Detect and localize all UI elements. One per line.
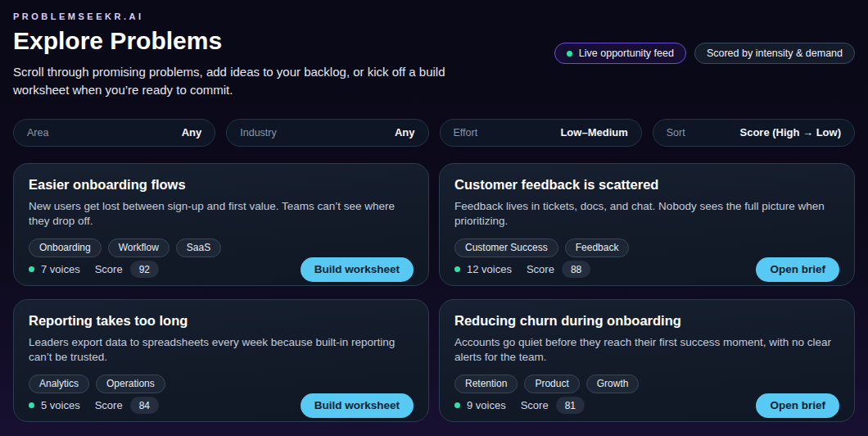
problem-card-grid: Easier onboarding flows New users get lo… (13, 163, 855, 422)
tag-chip: Workflow (108, 238, 170, 257)
filter-sort-label: Sort (667, 127, 685, 139)
filter-effort-value: Low–Medium (560, 126, 627, 139)
problem-card-title: Reporting takes too long (29, 313, 414, 329)
problem-card-description: Accounts go quiet before they reach thei… (454, 335, 839, 365)
score-label: Score (527, 263, 554, 275)
voices-dot-icon (29, 266, 34, 272)
problem-card-footer: 5 voices Score 84 Build worksheet (29, 393, 414, 418)
tag-list: Onboarding Workflow SaaS (29, 238, 414, 257)
build-worksheet-button[interactable]: Build worksheet (301, 257, 414, 282)
problem-card-footer: 7 voices Score 92 Build worksheet (29, 257, 414, 282)
score-badge: 81 (556, 397, 585, 414)
filter-bar: Area Any Industry Any Effort Low–Medium … (13, 119, 855, 147)
explore-problems-page: PROBLEMSEEKR.AI Explore Problems Scroll … (0, 0, 868, 422)
problem-card-description: Leaders export data to spreadsheets ever… (29, 335, 414, 365)
tag-chip: Feedback (565, 238, 630, 257)
header-badges: Live opportunity feed Scored by intensit… (554, 43, 855, 64)
voices-dot-icon (454, 402, 460, 408)
page-header: PROBLEMSEEKR.AI Explore Problems Scroll … (13, 11, 855, 99)
tag-chip: Onboarding (29, 238, 102, 257)
tag-list: Customer Success Feedback (454, 238, 839, 257)
problem-card-title: Reducing churn during onboarding (454, 313, 839, 329)
filter-sort[interactable]: Sort Score (High → Low) (653, 119, 855, 147)
problem-card-description: Feedback lives in tickets, docs, and cha… (454, 199, 839, 229)
filter-area-value: Any (182, 126, 202, 139)
problem-card: Customer feedback is scattered Feedback … (439, 163, 855, 286)
filter-industry[interactable]: Industry Any (226, 119, 428, 147)
tag-chip: Product (524, 375, 579, 393)
problem-card: Easier onboarding flows New users get lo… (13, 163, 429, 286)
score-label: Score (521, 399, 549, 411)
voices-dot-icon (454, 266, 460, 272)
brand-logo: PROBLEMSEEKR.AI (13, 11, 855, 21)
scoring-method-badge-label: Scored by intensity & demand (707, 48, 843, 59)
tag-list: Analytics Operations (29, 375, 414, 393)
build-worksheet-button[interactable]: Build worksheet (301, 393, 414, 418)
filter-effort[interactable]: Effort Low–Medium (440, 119, 642, 147)
voices-count: 9 voices (467, 399, 506, 411)
score-badge: 92 (130, 261, 159, 278)
voices-count: 12 voices (467, 263, 512, 275)
tag-chip: Growth (586, 375, 640, 393)
tag-list: Retention Product Growth (454, 375, 839, 393)
voices-dot-icon (29, 402, 34, 408)
tag-chip: Operations (96, 375, 165, 393)
voices-count: 7 voices (41, 263, 80, 275)
scoring-method-badge: Scored by intensity & demand (694, 43, 855, 64)
problem-card-description: New users get lost between sign-up and f… (29, 199, 414, 229)
tag-chip: Retention (454, 375, 518, 393)
filter-area-label: Area (27, 127, 48, 139)
problem-card: Reducing churn during onboarding Account… (439, 299, 855, 422)
problem-card-title: Easier onboarding flows (29, 177, 414, 193)
score-label: Score (95, 399, 123, 411)
live-feed-badge: Live opportunity feed (554, 43, 686, 64)
filter-industry-value: Any (395, 126, 415, 139)
problem-card-title: Customer feedback is scattered (454, 177, 839, 193)
open-brief-button[interactable]: Open brief (756, 257, 839, 282)
page-subtitle: Scroll through promising problems, add i… (13, 63, 496, 99)
voices-count: 5 voices (41, 399, 80, 411)
open-brief-button[interactable]: Open brief (756, 393, 839, 418)
problem-card: Reporting takes too long Leaders export … (13, 299, 429, 422)
score-badge: 84 (130, 397, 159, 414)
tag-chip: Customer Success (454, 238, 558, 257)
problem-card-footer: 9 voices Score 81 Open brief (454, 393, 839, 418)
score-label: Score (95, 263, 123, 275)
live-feed-badge-label: Live opportunity feed (579, 48, 674, 59)
tag-chip: Analytics (29, 375, 89, 393)
live-dot-icon (567, 51, 572, 57)
score-badge: 88 (562, 261, 590, 278)
tag-chip: SaaS (176, 238, 221, 257)
problem-card-footer: 12 voices Score 88 Open brief (454, 257, 839, 282)
filter-industry-label: Industry (240, 127, 276, 139)
filter-area[interactable]: Area Any (13, 119, 215, 147)
filter-effort-label: Effort (454, 127, 478, 139)
filter-sort-value: Score (High → Low) (740, 126, 842, 139)
